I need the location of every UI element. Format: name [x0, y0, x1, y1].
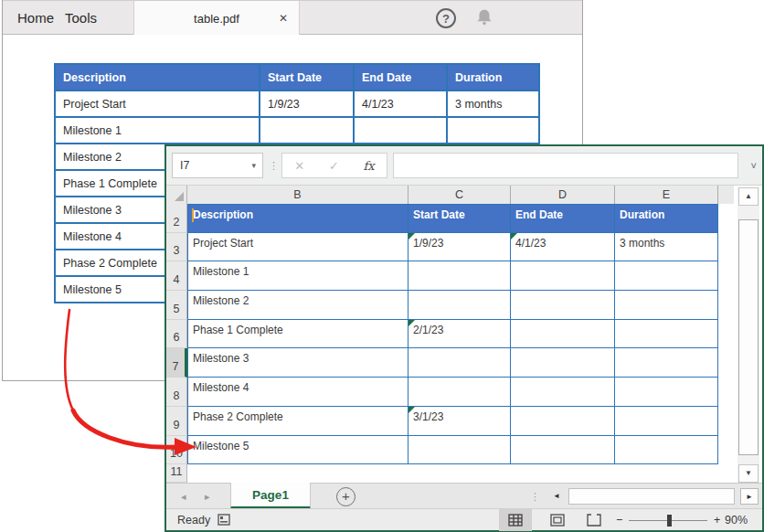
text-cursor-artifact [192, 208, 194, 222]
notifications-bell-icon[interactable] [473, 7, 495, 29]
cell-B5[interactable]: Milestone 2 [187, 291, 409, 320]
zoom-in-button[interactable]: + [714, 509, 720, 531]
cell-D4[interactable] [511, 261, 615, 291]
zoom-slider-handle[interactable] [667, 515, 672, 527]
view-page-break-button[interactable] [578, 509, 610, 531]
cell-C9[interactable]: 3/1/23 [409, 407, 511, 436]
cell-D10[interactable] [511, 436, 615, 465]
cell-D3[interactable]: 4/1/23 [511, 233, 615, 262]
row-header-6[interactable]: 6 [166, 320, 187, 349]
cell-B9[interactable]: Phase 2 Complete [187, 407, 409, 436]
name-box[interactable]: I7 ▾ [172, 153, 263, 178]
document-tab-label: table.pdf [194, 12, 239, 26]
cell-B8[interactable]: Milestone 4 [187, 378, 409, 407]
enter-button[interactable]: ✓ [329, 159, 339, 173]
pdf-table-cell: Project Start [55, 90, 260, 117]
spreadsheet-window: I7 ▾ ⋮ ✕ ✓ fx ˅ BCDE 2DescriptionStart D… [164, 144, 764, 532]
insert-function-button[interactable]: fx [363, 159, 374, 173]
row-header-8[interactable]: 8 [166, 378, 187, 407]
row-header-11[interactable]: 11 [166, 464, 187, 483]
cell-value: Milestone 1 [193, 265, 249, 278]
formula-bar-expand-icon[interactable]: ˅ [751, 146, 757, 186]
cell-C7[interactable] [409, 348, 511, 378]
column-header-D[interactable]: D [511, 186, 615, 204]
menu-tab-home[interactable]: Home [12, 1, 59, 35]
cell-E5[interactable] [615, 291, 718, 320]
pdf-table-cell [354, 117, 447, 144]
cell-E8[interactable] [615, 378, 718, 407]
cell-D9[interactable] [511, 407, 615, 436]
scroll-right-icon[interactable]: ► [740, 488, 759, 505]
scroll-left-icon[interactable]: ◄ [548, 488, 565, 505]
new-sheet-button[interactable]: + [336, 487, 355, 506]
view-page-layout-button[interactable] [541, 509, 574, 531]
close-tab-icon[interactable]: ✕ [279, 12, 288, 25]
cell-E10[interactable] [615, 436, 718, 465]
cell-D6[interactable] [511, 320, 615, 349]
horizontal-scrollbar[interactable] [568, 488, 735, 505]
select-all-button[interactable] [166, 186, 187, 204]
cell-value: Start Date [413, 208, 465, 221]
pdf-table-cell: 4/1/23 [354, 90, 447, 117]
cell-C5[interactable] [409, 291, 511, 320]
row-header-5[interactable]: 5 [166, 291, 187, 320]
row-header-9[interactable]: 9 [166, 407, 187, 436]
cell-value: Milestone 5 [193, 440, 249, 452]
view-normal-button[interactable] [499, 509, 532, 531]
formula-bar-input[interactable] [393, 153, 738, 178]
cell-C8[interactable] [409, 378, 511, 407]
formula-buttons: ✕ ✓ fx [281, 153, 387, 178]
row-header-2[interactable]: 2 [166, 204, 187, 233]
cell-B2[interactable]: Description [187, 204, 409, 233]
cell-C4[interactable] [409, 261, 511, 291]
cell-E9[interactable] [615, 407, 718, 436]
name-box-value: I7 [180, 159, 189, 172]
column-header-E[interactable]: E [615, 186, 718, 204]
cell-B6[interactable]: Phase 1 Complete [187, 320, 409, 349]
row-header-10[interactable]: 10 [166, 436, 187, 465]
menu-tab-tools[interactable]: Tools [59, 1, 102, 35]
cell-C2[interactable]: Start Date [409, 204, 511, 233]
column-header-B[interactable]: B [187, 186, 409, 204]
cell-D7[interactable] [511, 348, 615, 378]
zoom-level-label[interactable]: 90% [725, 509, 748, 531]
zoom-out-button[interactable]: − [616, 509, 622, 531]
name-box-caret-down-icon[interactable]: ▾ [251, 154, 256, 177]
sheet-row-5: 5Milestone 2 [166, 291, 734, 320]
help-icon[interactable]: ? [436, 8, 456, 28]
cell-E4[interactable] [615, 261, 718, 291]
document-tab[interactable]: table.pdf ✕ [133, 1, 300, 36]
macro-record-icon[interactable] [218, 514, 230, 528]
column-header-C[interactable]: C [409, 186, 511, 204]
vertical-scroll-thumb[interactable] [738, 219, 759, 455]
cell-B4[interactable]: Milestone 1 [187, 261, 409, 291]
sheet-nav-next-icon[interactable]: ▸ [205, 484, 210, 509]
scroll-down-icon[interactable]: ▼ [738, 464, 759, 483]
row-header-4[interactable]: 4 [166, 261, 187, 291]
cell-C6[interactable]: 2/1/23 [409, 320, 511, 349]
cell-B7[interactable]: Milestone 3 [187, 348, 409, 378]
cell-C10[interactable] [409, 436, 511, 465]
cell-D5[interactable] [511, 291, 615, 320]
cell-value: 3/1/23 [413, 410, 443, 423]
cell-C3[interactable]: 1/9/23 [409, 233, 511, 262]
sheet-row-4: 4Milestone 1 [166, 261, 734, 291]
pdf-table-header-cell: Duration [447, 64, 539, 90]
vertical-scrollbar[interactable]: ▲ ▼ [737, 187, 759, 483]
cell-E3[interactable]: 3 months [615, 233, 718, 262]
cell-D8[interactable] [511, 378, 615, 407]
row-header-3[interactable]: 3 [166, 233, 187, 262]
sheet-tab-page1[interactable]: Page1 [230, 483, 311, 509]
cell-E6[interactable] [615, 320, 718, 349]
row-header-7[interactable]: 7 [166, 348, 187, 378]
cell-D2[interactable]: End Date [511, 204, 615, 233]
sheet-row-9: 9Phase 2 Complete3/1/23 [166, 407, 734, 436]
cell-E7[interactable] [615, 348, 718, 378]
cell-B3[interactable]: Project Start [187, 233, 409, 262]
cell-B10[interactable]: Milestone 5 [187, 436, 409, 465]
sheet-tab-bar: ◂ ▸ Page1 + ⋮ ◄ ► [166, 483, 762, 508]
scroll-up-icon[interactable]: ▲ [738, 187, 759, 206]
sheet-nav-prev-icon[interactable]: ◂ [181, 484, 186, 509]
cancel-button[interactable]: ✕ [294, 159, 304, 173]
cell-E2[interactable]: Duration [615, 204, 718, 233]
